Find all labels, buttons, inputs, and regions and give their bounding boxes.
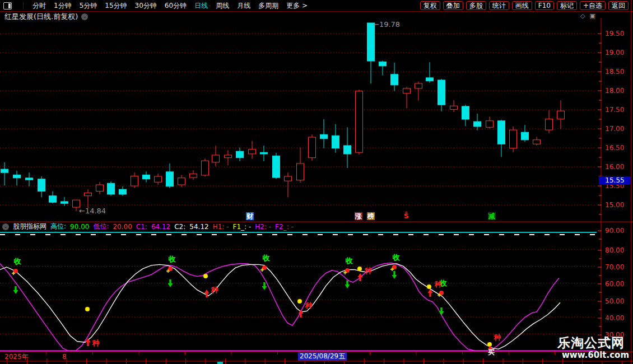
price-axis-label: 18.50 xyxy=(605,68,624,76)
price-axis-label: 17.00 xyxy=(605,125,624,133)
collapse-icon[interactable]: ⌄ xyxy=(2,223,9,230)
svg-text:收: 收 xyxy=(169,255,176,263)
indicator-axis-label: 60.00 xyxy=(605,280,624,288)
watermark-url: www.60lt.com xyxy=(562,350,629,360)
indicator-param-8: 54.12 xyxy=(189,223,208,231)
timeline-date: 2025/08/29五 xyxy=(298,352,347,361)
timeline-month: 8 xyxy=(62,353,67,361)
price-axis-label: 15.00 xyxy=(605,201,624,209)
indicator-param-12: F2_: - xyxy=(275,223,294,231)
indicator-param-4: 20.00 xyxy=(113,223,132,231)
status-badge: 减 xyxy=(488,212,496,220)
indicator-param-10: F1_: - xyxy=(233,223,252,231)
price-axis-label: 16.50 xyxy=(605,144,624,152)
status-badge: 涨 xyxy=(355,212,362,220)
svg-text:买: 买 xyxy=(488,348,495,356)
price-axis-label: 19.00 xyxy=(605,49,624,57)
price-axis-label: 19.50 xyxy=(605,30,624,38)
svg-text:收: 收 xyxy=(263,254,271,262)
indicator-header[interactable]: ⌄ 股朋指标网 高位:90.00低位:20.00C1:64.12C2:54.12… xyxy=(0,222,596,231)
svg-text:种: 种 xyxy=(305,301,313,310)
indicator-param-3: 低位: xyxy=(93,222,109,231)
svg-text:种: 种 xyxy=(211,286,218,294)
indicator-param-2: 90.00 xyxy=(70,223,89,231)
indicator-param-1: 高位: xyxy=(50,222,66,231)
indicator-param-6: 64.12 xyxy=(151,223,170,231)
svg-text:收: 收 xyxy=(393,253,401,262)
status-badge: 财 xyxy=(246,212,254,220)
svg-text:种: 种 xyxy=(494,333,501,342)
indicator-axis-label: 50.00 xyxy=(605,297,624,305)
status-badge: Ŝ xyxy=(403,212,409,220)
app-window: 分时1分钟5分钟15分钟30分钟60分钟日线周线月线多周期更多 > 复权叠加多股… xyxy=(0,0,633,364)
indicator-param-7: C2: xyxy=(174,223,185,231)
chart-canvas[interactable]: 收收收收收收种种种种种种买 xyxy=(0,0,633,364)
svg-text:种: 种 xyxy=(434,280,442,288)
price-axis-label: 18.00 xyxy=(605,87,624,95)
price-axis-label: 16.00 xyxy=(605,163,624,171)
low-price-annotation: ←14.84 xyxy=(79,207,106,215)
indicator-axis-label: 40.00 xyxy=(605,314,624,322)
indicator-param-5: C1: xyxy=(136,223,147,231)
status-badge: 榜 xyxy=(367,212,375,220)
indicator-param-9: H1: - xyxy=(213,223,229,231)
indicator-name: 股朋指标网 xyxy=(13,222,46,231)
svg-text:种: 种 xyxy=(92,339,100,347)
indicator-param-11: H2: - xyxy=(255,223,271,231)
svg-text:收: 收 xyxy=(346,256,353,265)
price-axis-label: 17.50 xyxy=(605,106,624,114)
high-price-annotation: ←19.78 xyxy=(373,20,400,29)
last-price-badge: 15.55 xyxy=(599,176,631,185)
indicator-axis-label: 80.00 xyxy=(605,246,624,254)
watermark-site-name: 乐淘公式网 xyxy=(557,334,625,352)
svg-text:种: 种 xyxy=(364,267,372,275)
indicator-axis-label: 70.00 xyxy=(605,263,624,271)
timeline-year: 2025年 xyxy=(4,353,29,361)
svg-text:收: 收 xyxy=(14,257,22,265)
indicator-axis-label: 90.00 xyxy=(605,227,624,235)
